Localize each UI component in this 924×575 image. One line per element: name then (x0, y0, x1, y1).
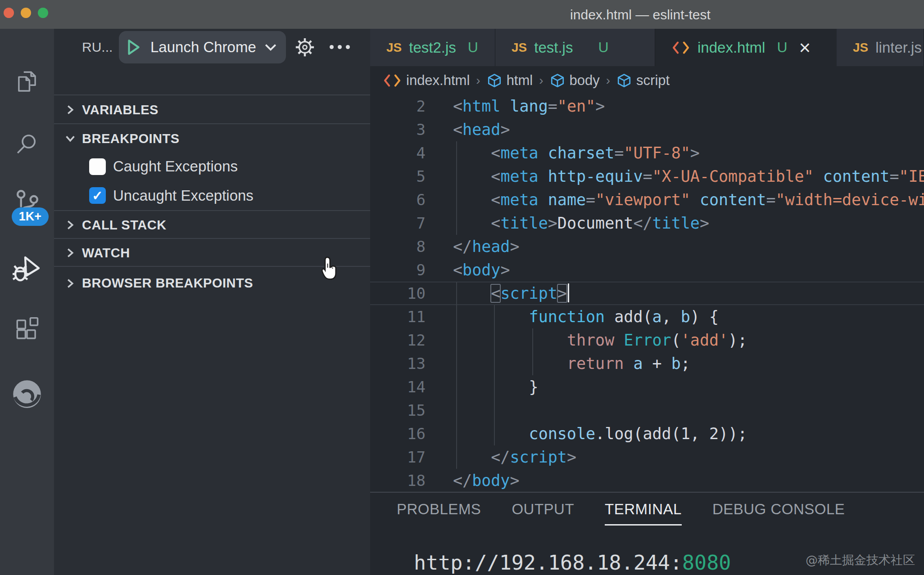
indent-guide (456, 141, 457, 235)
breadcrumb: index.html›html›body›script (370, 66, 924, 94)
chevron-down-icon (65, 133, 76, 144)
edge-icon[interactable] (0, 376, 54, 412)
line-content: </head> (426, 235, 520, 258)
start-debug-icon[interactable] (126, 39, 140, 56)
code-line-18[interactable]: 18</body> (370, 469, 924, 492)
launch-config-button[interactable]: Launch Chrome (119, 31, 286, 63)
code-line-16[interactable]: 16 console.log(add(1, 2)); (370, 422, 924, 445)
breadcrumb-item-index.html[interactable]: index.html (383, 72, 470, 89)
line-number: 10 (370, 282, 426, 305)
titlebar: index.html — eslint-test (0, 0, 924, 29)
zoom-window-button[interactable] (38, 8, 48, 18)
chevron-right-icon (65, 247, 76, 258)
terminal-line: Hit CTRL-C to stop the server (414, 571, 768, 575)
line-content: } (426, 375, 539, 399)
code-line-4[interactable]: 4 <meta charset="UTF-8"> (370, 141, 924, 165)
line-number: 11 (370, 305, 426, 328)
gear-icon[interactable] (294, 37, 315, 58)
code-line-14[interactable]: 14 } (370, 375, 924, 399)
explorer-icon[interactable] (0, 64, 54, 100)
code-editor[interactable]: 2<html lang="en">3<head>4 <meta charset=… (370, 94, 924, 492)
code-line-7[interactable]: 7 <title>Document</title> (370, 211, 924, 235)
line-number: 12 (370, 328, 426, 352)
tab-test2.js[interactable]: JStest2.jsU (370, 29, 495, 66)
checkbox[interactable] (89, 158, 106, 175)
close-tab-icon[interactable]: × (799, 38, 811, 58)
panel-tab-problems[interactable]: PROBLEMS (397, 501, 481, 526)
line-number: 17 (370, 445, 426, 469)
symbol-cube-icon (487, 73, 502, 88)
code-line-2[interactable]: 2<html lang="en"> (370, 94, 924, 118)
line-number: 16 (370, 422, 426, 445)
source-control-icon[interactable]: 1K+ (0, 184, 54, 220)
line-content: return a + b; (426, 352, 690, 375)
breakpoint-item-caught-exceptions[interactable]: Caught Exceptions (54, 152, 370, 181)
code-line-5[interactable]: 5 <meta http-equiv="X-UA-Compatible" con… (370, 165, 924, 188)
code-line-10[interactable]: 10 <script> (370, 282, 924, 305)
more-actions-icon[interactable] (330, 45, 350, 49)
search-icon[interactable] (0, 126, 54, 162)
code-line-8[interactable]: 8</head> (370, 235, 924, 258)
checkbox-label: Uncaught Exceptions (113, 187, 254, 204)
git-untracked-badge: U (777, 39, 787, 56)
panel-tab-output[interactable]: OUTPUT (512, 501, 574, 526)
line-content: throw Error('add'); (426, 328, 747, 352)
section-header-breakpoints[interactable]: BREAKPOINTS (54, 123, 370, 153)
git-untracked-badge: U (598, 39, 608, 56)
code-line-12[interactable]: 12 throw Error('add'); (370, 328, 924, 352)
code-icon (383, 73, 402, 88)
close-window-button[interactable] (4, 8, 14, 18)
panel-tab-terminal[interactable]: TERMINAL (605, 501, 682, 526)
panel-tab-debug-console[interactable]: DEBUG CONSOLE (712, 501, 845, 526)
indent-guide (532, 328, 533, 375)
debug-icon[interactable] (0, 250, 54, 286)
line-content: <meta charset="UTF-8"> (426, 141, 700, 165)
line-content: <head> (426, 118, 510, 141)
section-label: CALL STACK (82, 218, 167, 233)
tab-linter.js[interactable]: JSlinter.js (837, 29, 924, 66)
code-line-15[interactable]: 15 (370, 399, 924, 422)
breakpoint-item-uncaught-exceptions[interactable]: ✓Uncaught Exceptions (54, 181, 370, 210)
chevron-right-icon (65, 104, 76, 115)
run-debug-sidebar: RU... Launch Chrome VARIABLESBREAKPOINTS… (54, 29, 370, 575)
code-line-6[interactable]: 6 <meta name="viewport" content="width=d… (370, 188, 924, 211)
breadcrumb-separator: › (539, 73, 543, 88)
source-control-badge: 1K+ (12, 207, 49, 226)
section-label: BREAKPOINTS (82, 131, 180, 146)
line-number: 14 (370, 375, 426, 399)
section-header-watch[interactable]: WATCH (54, 238, 370, 267)
tab-bar: JStest2.jsUJStest.jsUindex.htmlU×JSlinte… (370, 29, 924, 66)
breadcrumb-item-html[interactable]: html (487, 72, 533, 89)
breadcrumb-label: index.html (406, 72, 470, 89)
chevron-down-icon[interactable] (264, 43, 277, 51)
debug-toolbar: RU... Launch Chrome (54, 29, 370, 66)
indent-guide (456, 282, 457, 469)
breadcrumb-separator: › (606, 73, 610, 88)
code-line-3[interactable]: 3<head> (370, 118, 924, 141)
tab-label: test2.js (409, 39, 456, 56)
code-line-13[interactable]: 13 return a + b; (370, 352, 924, 375)
tab-label: test.js (534, 39, 573, 56)
breadcrumb-item-body[interactable]: body (550, 72, 600, 89)
code-line-17[interactable]: 17 </script> (370, 445, 924, 469)
section-header-browser-breakpoints[interactable]: BROWSER BREAKPOINTS (54, 266, 370, 300)
tab-index.html[interactable]: index.htmlU× (655, 29, 837, 66)
line-number: 15 (370, 399, 426, 422)
extensions-icon[interactable] (0, 311, 54, 347)
section-header-call-stack[interactable]: CALL STACK (54, 210, 370, 239)
code-line-9[interactable]: 9<body> (370, 258, 924, 282)
symbol-cube-icon (616, 73, 632, 88)
code-line-11[interactable]: 11 function add(a, b) { (370, 305, 924, 328)
bottom-panel: PROBLEMSOUTPUTTERMINALDEBUG CONSOLE http… (370, 492, 924, 575)
chevron-right-icon (65, 278, 76, 289)
line-number: 18 (370, 469, 426, 492)
minimize-window-button[interactable] (21, 8, 31, 18)
line-content: <title>Document</title> (426, 211, 709, 235)
watermark: @稀土掘金技术社区 (806, 552, 915, 568)
breadcrumb-item-script[interactable]: script (616, 72, 670, 89)
section-header-variables[interactable]: VARIABLES (54, 94, 370, 124)
tab-test.js[interactable]: JStest.jsU (495, 29, 655, 66)
breadcrumb-label: html (507, 72, 533, 89)
line-content: <html lang="en"> (426, 94, 605, 118)
checkbox[interactable]: ✓ (89, 187, 106, 204)
